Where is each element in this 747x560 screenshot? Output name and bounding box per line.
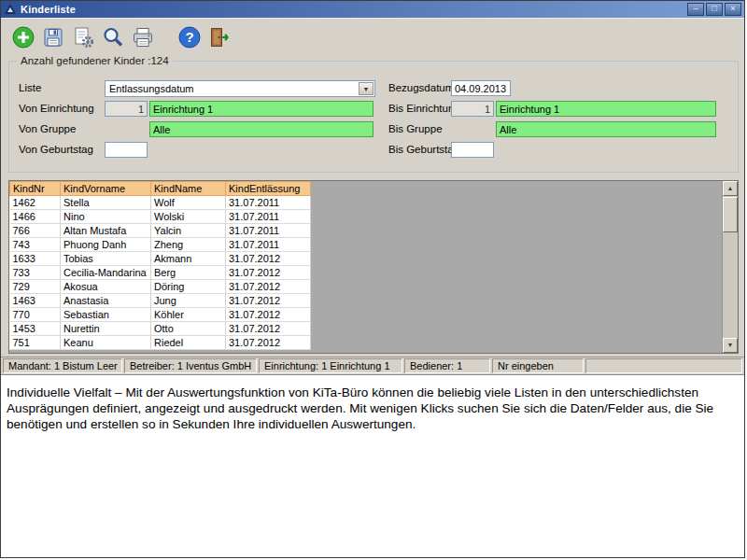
grid-body: 1462StellaWolf31.07.20111466NinoWolski31…	[10, 196, 311, 350]
column-header-kindnr[interactable]: KindNr	[10, 182, 61, 196]
help-button[interactable]: ?	[175, 24, 204, 54]
table-cell: 1462	[10, 196, 61, 210]
toolbar: ?	[1, 18, 744, 59]
table-row[interactable]: 1466NinoWolski31.07.2011	[10, 210, 311, 224]
table-cell: 766	[10, 224, 61, 238]
table-cell: 31.07.2011	[226, 224, 311, 238]
table-cell: Akmann	[151, 252, 226, 266]
bis-einrichtung-input[interactable]	[496, 101, 716, 117]
table-cell: Tobias	[61, 252, 151, 266]
table-cell: Yalcin	[151, 224, 226, 238]
caption-text: Individuelle Vielfalt – Mit der Auswertu…	[7, 385, 743, 432]
window-title: Kinderliste	[21, 4, 685, 15]
table-cell: 31.07.2012	[226, 294, 311, 308]
liste-combobox[interactable]: Entlassungsdatum ▼	[105, 80, 375, 97]
table-cell: Nurettin	[61, 322, 151, 336]
report-settings-button[interactable]	[68, 24, 98, 54]
statusbar-panel: Mandant: 1 Bistum Leer	[3, 358, 122, 373]
table-cell: Wolski	[151, 210, 226, 224]
scroll-up-icon[interactable]: ▲	[723, 181, 738, 196]
table-row[interactable]: 1633TobiasAkmann31.07.2012	[10, 252, 311, 266]
bezugsdatum-label: Bezugsdatum	[388, 80, 454, 96]
add-icon	[11, 25, 35, 53]
exit-icon	[207, 25, 232, 53]
maximize-button[interactable]: □	[706, 3, 723, 16]
print-icon	[131, 25, 155, 53]
table-cell: 770	[10, 308, 61, 322]
scrollbar-thumb[interactable]	[723, 197, 738, 232]
table-row[interactable]: 770SebastianKöhler31.07.2012	[10, 308, 311, 322]
search-button[interactable]	[98, 24, 128, 54]
table-cell: 751	[10, 336, 61, 350]
von-geburtstag-input[interactable]	[105, 142, 148, 158]
table-cell: 31.07.2012	[226, 322, 311, 336]
save-button[interactable]	[38, 24, 68, 54]
statusbar-filler	[585, 358, 742, 373]
column-header-kindname[interactable]: KindName	[151, 182, 226, 196]
report-settings-icon	[71, 25, 95, 53]
table-cell: 1633	[10, 252, 61, 266]
table-cell: Döring	[151, 280, 226, 294]
column-header-kindentlassung[interactable]: KindEntlässung	[226, 182, 311, 196]
table-cell: Phuong Danh	[61, 238, 151, 252]
liste-combobox-value: Entlassungsdatum	[109, 83, 194, 94]
table-cell: Nino	[61, 210, 151, 224]
exit-button[interactable]	[204, 24, 234, 54]
help-icon: ?	[177, 25, 202, 53]
vertical-scrollbar[interactable]: ▲ ▼	[722, 181, 738, 353]
table-cell: Sebastian	[61, 308, 151, 322]
statusbar-panel: Nr eingeben	[492, 358, 584, 373]
table-cell: Zheng	[151, 238, 226, 252]
table-row[interactable]: 743Phuong DanhZheng31.07.2011	[10, 238, 311, 252]
liste-label: Liste	[19, 80, 41, 96]
table-cell: Riedel	[151, 336, 226, 350]
von-gruppe-input[interactable]	[149, 121, 374, 137]
table-cell: 1463	[10, 294, 61, 308]
bezugsdatum-input[interactable]	[451, 80, 511, 96]
table-cell: 31.07.2011	[226, 196, 311, 210]
groupbox-title: Anzahl gefundener Kinder :124	[17, 55, 173, 66]
bis-einrichtung-nr-input	[451, 101, 494, 117]
table-cell: 729	[10, 280, 61, 294]
kinderliste-window: Kinderliste – □ ×	[1, 1, 744, 375]
table-cell: Cecilia-Mandarina	[61, 266, 151, 280]
table-cell: Altan Mustafa	[61, 224, 151, 238]
bis-gruppe-label: Bis Gruppe	[388, 121, 443, 137]
table-cell: 31.07.2012	[226, 266, 311, 280]
bis-geburtstag-input[interactable]	[451, 142, 494, 158]
print-button[interactable]	[128, 24, 158, 54]
minimize-button[interactable]: –	[687, 3, 704, 16]
table-row[interactable]: 1463AnastasiaJung31.07.2012	[10, 294, 311, 308]
table-cell: 1453	[10, 322, 61, 336]
table-row[interactable]: 766Altan MustafaYalcin31.07.2011	[10, 224, 311, 238]
statusbar-panel: Bediener: 1	[404, 358, 490, 373]
table-row[interactable]: 1453NurettinOtto31.07.2012	[10, 322, 311, 336]
table-cell: Jung	[151, 294, 226, 308]
close-button[interactable]: ×	[725, 3, 741, 16]
table-cell: 733	[10, 266, 61, 280]
children-grid: KindNr KindVorname KindName KindEntlässu…	[8, 180, 739, 354]
table-cell: 743	[10, 238, 61, 252]
chevron-down-icon[interactable]: ▼	[359, 82, 374, 95]
von-geburtstag-label: Von Geburtstag	[19, 142, 93, 158]
add-button[interactable]	[8, 24, 38, 54]
von-einrichtung-label: Von Einrichtung	[19, 101, 94, 117]
table-cell: 1466	[10, 210, 61, 224]
children-table: KindNr KindVorname KindName KindEntlässu…	[9, 181, 311, 350]
scroll-down-icon[interactable]: ▼	[723, 338, 738, 353]
table-row[interactable]: 729AkosuaDöring31.07.2012	[10, 280, 311, 294]
table-cell: 31.07.2011	[226, 210, 311, 224]
column-header-kindvorname[interactable]: KindVorname	[61, 182, 151, 196]
table-row[interactable]: 1462StellaWolf31.07.2011	[10, 196, 311, 210]
table-row[interactable]: 733Cecilia-MandarinaBerg31.07.2012	[10, 266, 311, 280]
grid-table-wrap: KindNr KindVorname KindName KindEntlässu…	[9, 181, 312, 353]
table-row[interactable]: 751KeanuRiedel31.07.2012	[10, 336, 311, 350]
bis-gruppe-input[interactable]	[496, 121, 716, 137]
save-icon	[41, 25, 65, 53]
table-cell: Keanu	[61, 336, 151, 350]
statusbar: Mandant: 1 Bistum LeerBetreiber: 1 Ivent…	[1, 357, 744, 374]
von-einrichtung-nr-input	[105, 101, 148, 117]
table-cell: Stella	[61, 196, 151, 210]
von-einrichtung-input[interactable]	[149, 101, 374, 117]
titlebar: Kinderliste – □ ×	[1, 1, 744, 18]
